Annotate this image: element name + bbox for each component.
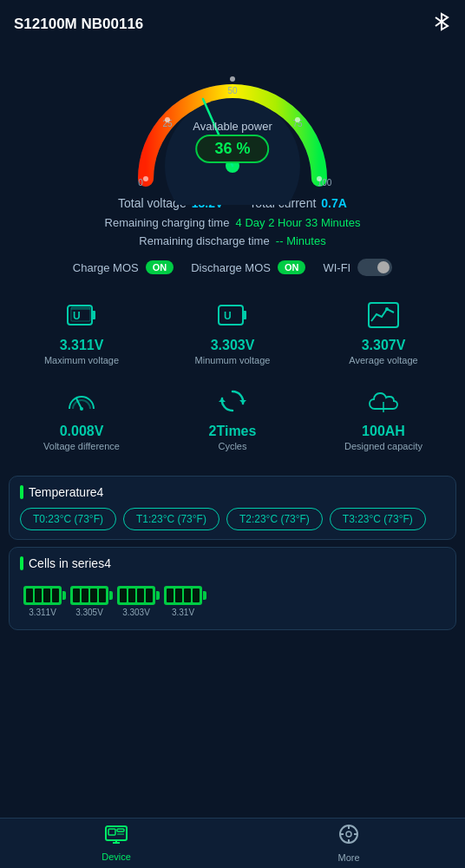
max-voltage-value: 3.311V [60, 338, 104, 353]
svg-point-9 [165, 117, 170, 122]
svg-point-22 [385, 307, 389, 311]
available-power-text: Available power [193, 120, 272, 133]
discharge-time-row: Remaining discharge time -- Minutes [9, 232, 456, 250]
battery-min-icon: U [217, 302, 248, 334]
svg-rect-19 [243, 311, 246, 319]
temp-tag-1: T1:23°C (73°F) [123, 508, 219, 530]
more-nav-label: More [337, 852, 359, 863]
voltage-diff-card: 0.008V Voltage difference [9, 379, 154, 460]
temperature-title-bar [20, 485, 23, 499]
cell-value-2: 3.303V [122, 608, 150, 617]
min-voltage-value: 3.303V [211, 338, 255, 353]
capacity-card: 100AH Designed capacity [311, 379, 456, 460]
more-nav-icon [338, 824, 359, 850]
nav-device[interactable]: Device [0, 819, 232, 868]
discharge-mos-label: Discharge MOS [191, 261, 271, 274]
gauge-percentage: 36 % [214, 140, 250, 157]
svg-marker-26 [219, 398, 226, 402]
discharge-mos-item: Discharge MOS ON [191, 260, 305, 274]
svg-text:50: 50 [227, 86, 238, 95]
cell-item-3: 3.31V [164, 586, 202, 617]
charge-mos-toggle[interactable]: ON [146, 260, 174, 274]
cell-value-3: 3.31V [172, 608, 194, 617]
discharge-time-label: Remaining discharge time [139, 234, 269, 247]
svg-point-12 [317, 176, 322, 181]
discharge-mos-toggle[interactable]: ON [278, 260, 306, 274]
device-nav-label: Device [102, 852, 131, 862]
battery-max-icon: U [66, 302, 97, 334]
device-nav-icon [105, 825, 128, 849]
max-voltage-card: U 3.311V Maximum voltage [9, 293, 154, 374]
temperature-title-text: Temperature4 [29, 485, 103, 499]
svg-text:U: U [224, 310, 232, 322]
capacity-value: 100AH [362, 424, 405, 439]
temp-tag-3: T3:23°C (73°F) [330, 508, 426, 530]
metrics-grid: U 3.311V Maximum voltage U 3.303V Minumu… [0, 285, 465, 469]
charging-time-value: 4 Day 2 Hour 33 Minutes [236, 216, 361, 229]
gauge-value-box: 36 % [195, 135, 269, 163]
wifi-label: WI-FI [323, 261, 350, 274]
charging-time-label: Remaining charging time [105, 216, 230, 229]
cell-item-0: 3.311V [23, 586, 62, 617]
voltage-diff-label: Voltage difference [43, 441, 120, 451]
capacity-label: Designed capacity [344, 441, 422, 451]
svg-marker-25 [239, 400, 246, 404]
cells-title-text: Cells in series4 [29, 556, 111, 570]
bluetooth-icon[interactable] [432, 10, 451, 38]
cell-battery-1 [70, 586, 108, 605]
cells-section: Cells in series4 3.311V [9, 547, 456, 630]
bottom-nav: Device More [0, 818, 465, 868]
svg-point-37 [346, 832, 351, 837]
cycles-value: 2Times [209, 424, 257, 439]
svg-text:U: U [73, 310, 81, 322]
cell-battery-2 [117, 586, 155, 605]
cycle-icon [217, 388, 248, 420]
max-voltage-label: Maximum voltage [44, 355, 119, 365]
wifi-item: WI-FI [323, 259, 392, 276]
svg-rect-31 [117, 829, 124, 832]
cells-title-bar [20, 556, 23, 570]
cell-battery-3 [164, 586, 202, 605]
charge-mos-item: Charge MOS ON [73, 260, 174, 274]
app-title: S12100M NB00116 [14, 16, 143, 33]
temp-tag-2: T2:23°C (73°F) [226, 508, 323, 530]
svg-rect-32 [117, 833, 124, 835]
svg-point-11 [295, 117, 300, 122]
avg-voltage-card: 3.307V Average voltage [311, 293, 456, 374]
mos-controls-row: Charge MOS ON Discharge MOS ON WI-FI [0, 250, 465, 285]
cycles-label: Cycles [218, 441, 246, 451]
charge-mos-label: Charge MOS [73, 261, 139, 274]
svg-rect-30 [108, 829, 115, 835]
cell-item-2: 3.303V [117, 586, 155, 617]
svg-point-10 [230, 76, 235, 82]
cells-row: 3.311V 3.305V [20, 579, 445, 621]
temperature-tags: T0:23°C (73°F) T1:23°C (73°F) T2:23°C (7… [20, 508, 445, 530]
nav-more[interactable]: More [232, 819, 465, 868]
cells-title: Cells in series4 [20, 556, 445, 570]
gauge-icon [66, 388, 97, 420]
svg-text:0: 0 [138, 178, 143, 187]
cloud-icon [368, 388, 399, 420]
svg-rect-14 [92, 311, 95, 319]
avg-voltage-label: Average voltage [349, 355, 417, 365]
svg-point-24 [80, 407, 83, 411]
temp-tag-0: T0:23°C (73°F) [20, 508, 116, 530]
min-voltage-card: U 3.303V Minumum voltage [160, 293, 305, 374]
voltage-diff-value: 0.008V [60, 424, 104, 439]
avg-voltage-value: 3.307V [362, 338, 406, 353]
gauge-svg: 0 25 50 75 100 [120, 31, 345, 205]
cell-battery-0 [23, 586, 62, 605]
gauge-label: Available power 36 % [193, 120, 272, 163]
temperature-title: Temperature4 [20, 485, 445, 499]
discharge-time-value: -- Minutes [276, 234, 326, 247]
cycles-card: 2Times Cycles [160, 379, 305, 460]
min-voltage-label: Minumum voltage [195, 355, 271, 365]
cell-value-0: 3.311V [29, 608, 56, 617]
gauge-container: 0 25 50 75 100 Available power 36 % [120, 49, 345, 187]
chart-icon [368, 302, 399, 334]
cell-item-1: 3.305V [70, 586, 108, 617]
wifi-toggle[interactable] [357, 259, 392, 276]
charging-time-row: Remaining charging time 4 Day 2 Hour 33 … [9, 214, 456, 232]
gauge-section: 0 25 50 75 100 Available power 36 % [0, 49, 465, 187]
cell-value-1: 3.305V [75, 608, 103, 617]
